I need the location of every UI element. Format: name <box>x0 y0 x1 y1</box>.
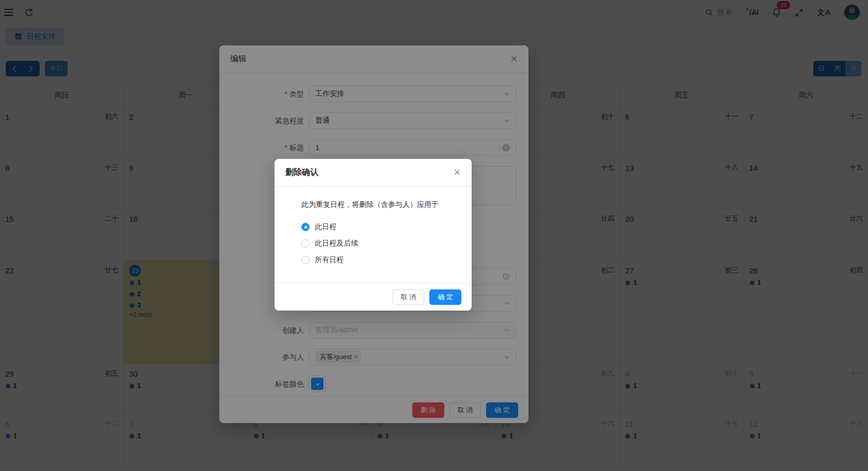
delete-dialog-header: 删除确认 ✕ <box>275 159 472 187</box>
delete-dialog-message: 此为重复日程，将删除（含参与人）应用于 <box>275 187 472 209</box>
radio-option[interactable]: 此日程及后续 <box>301 235 472 252</box>
delete-dialog-footer: 取 消 确 定 <box>275 283 472 311</box>
radio-icon <box>301 256 310 264</box>
radio-label: 此日程及后续 <box>315 239 358 248</box>
delete-dialog-title: 删除确认 <box>285 167 318 178</box>
close-icon[interactable]: ✕ <box>454 168 461 177</box>
confirm-button[interactable]: 确 定 <box>429 289 461 305</box>
radio-icon <box>301 223 310 231</box>
radio-label: 所有日程 <box>315 255 344 265</box>
schedule-page: 搜索 ✦/Ai 16 文A 日程安排 <box>0 0 868 471</box>
delete-confirm-dialog: 删除确认 ✕ 此为重复日程，将删除（含参与人）应用于 此日程此日程及后续所有日程… <box>275 159 472 311</box>
radio-option[interactable]: 所有日程 <box>301 252 472 268</box>
radio-option[interactable]: 此日程 <box>301 219 472 235</box>
radio-icon <box>301 239 310 248</box>
delete-scope-radio-group: 此日程此日程及后续所有日程 <box>275 209 472 268</box>
radio-label: 此日程 <box>315 222 336 232</box>
cancel-button[interactable]: 取 消 <box>393 289 425 305</box>
